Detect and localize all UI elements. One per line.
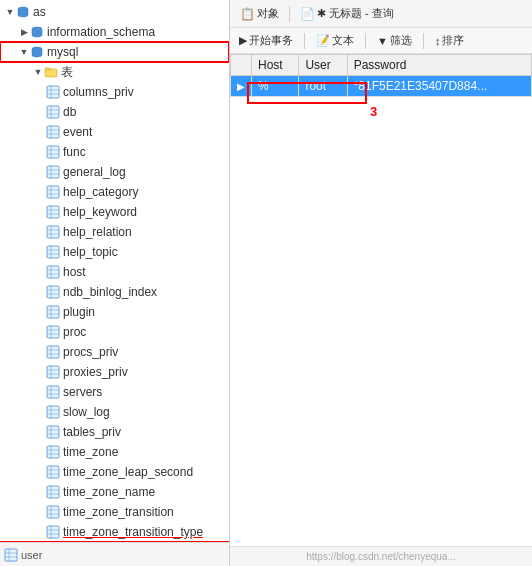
tree-item-db[interactable]: db [0,102,229,122]
sort-label: 排序 [442,33,464,48]
tree-item-tz-leap[interactable]: time_zone_leap_second [0,462,229,482]
tree-item-plugin[interactable]: plugin [0,302,229,322]
label-tz-name: time_zone_name [63,485,155,499]
label-host: host [63,265,86,279]
label-event: event [63,125,92,139]
btn-wenben[interactable]: 📝 文本 [311,31,359,51]
kaishi-icon: ▶ [239,34,247,47]
svg-rect-4 [45,68,50,70]
svg-rect-25 [47,186,59,198]
svg-rect-61 [47,366,59,378]
cell-user[interactable]: root [299,76,347,97]
table-icon [46,225,60,239]
sort-icon: ↕ [435,35,441,47]
watermark-text: https://blog.csdn.net/chenyequa... [306,551,456,562]
tree-item-info-schema[interactable]: ▶ information_schema [0,22,229,42]
toolbar-btn-duixiang[interactable]: 📋 对象 [234,3,285,25]
svg-rect-9 [47,106,59,118]
arrow-biao: ▼ [32,66,44,78]
btn-kaishi[interactable]: ▶ 开始事务 [234,31,298,51]
table-icon-status [4,548,18,562]
tree-item-host[interactable]: host [0,262,229,282]
tree-item-general-log[interactable]: general_log [0,162,229,182]
tree-item-func[interactable]: func [0,142,229,162]
svg-rect-13 [47,126,59,138]
tree-item-tables-priv[interactable]: tables_priv [0,422,229,442]
table-icon [46,185,60,199]
status-label: user [21,549,42,561]
tree-item-tables-folder[interactable]: ▼ 表 [0,62,229,82]
left-panel: ▼ as ▶ information_schema ▼ mys [0,0,230,566]
toolbar-btn-query[interactable]: 📄 ✱ 无标题 - 查询 [294,3,400,25]
data-grid[interactable]: Host User Password ▶ % root *81F5E21E354… [230,54,532,546]
btn-filter[interactable]: ▼ 筛选 [372,31,417,51]
svg-rect-53 [47,326,59,338]
table-icon [46,85,60,99]
tree-item-event[interactable]: event [0,122,229,142]
label-tz-leap: time_zone_leap_second [63,465,193,479]
table-icon [46,265,60,279]
tree-item-help-topic[interactable]: help_topic [0,242,229,262]
label-tz-transition-type: time_zone_transition_type [63,525,203,539]
tree-item-proxies-priv[interactable]: proxies_priv [0,362,229,382]
table-icon [46,485,60,499]
tree-item-help-relation[interactable]: help_relation [0,222,229,242]
filter-label: 筛选 [390,33,412,48]
col-header-host[interactable]: Host [252,55,299,76]
tree-item-mysql[interactable]: ▼ mysql 1 [0,42,229,62]
kaishi-label: 开始事务 [249,33,293,48]
db-icon-as [16,5,30,19]
arrow-info: ▶ [18,26,30,38]
divider4 [423,33,424,49]
table-icon [46,465,60,479]
tree-item-time-zone[interactable]: time_zone [0,442,229,462]
tree-item-tz-transition[interactable]: time_zone_transition [0,502,229,522]
table-icon [46,205,60,219]
table-icon [46,425,60,439]
tree-item-slow-log[interactable]: slow_log [0,402,229,422]
cell-password[interactable]: *81F5E21E35407D884... [347,76,531,97]
filter-icon: ▼ [377,35,388,47]
right-panel: 📋 对象 📄 ✱ 无标题 - 查询 ▶ 开始事务 📝 文本 ▼ [230,0,532,566]
tree-item-ndb[interactable]: ndb_binlog_index [0,282,229,302]
svg-rect-37 [47,246,59,258]
tree-area[interactable]: ▼ as ▶ information_schema ▼ mys [0,0,229,542]
tree-item-proc[interactable]: proc [0,322,229,342]
btn-sort[interactable]: ↕ 排序 [430,31,470,51]
query-icon: 📄 [300,7,315,21]
svg-rect-73 [47,426,59,438]
label-proc: proc [63,325,86,339]
object-icon: 📋 [240,7,255,21]
cell-host[interactable]: % [252,76,299,97]
table-icon [46,505,60,519]
label-3: 3 [370,104,377,119]
label-help-topic: help_topic [63,245,118,259]
tree-item-servers[interactable]: servers [0,382,229,402]
svg-rect-5 [47,86,59,98]
table-icon [46,305,60,319]
tree-item-tz-transition-type[interactable]: time_zone_transition_type [0,522,229,542]
table-icon [46,385,60,399]
svg-rect-45 [47,286,59,298]
svg-rect-29 [47,206,59,218]
svg-rect-89 [47,506,59,518]
table-icon [46,285,60,299]
svg-rect-21 [47,166,59,178]
tree-item-as[interactable]: ▼ as [0,2,229,22]
svg-rect-33 [47,226,59,238]
tree-item-procs-priv[interactable]: procs_priv [0,342,229,362]
table-row[interactable]: ▶ % root *81F5E21E35407D884... [231,76,532,97]
arrow-as: ▼ [4,6,16,18]
svg-rect-57 [47,346,59,358]
col-header-password[interactable]: Password [347,55,531,76]
col-header-user[interactable]: User [299,55,347,76]
divider3 [365,33,366,49]
db-icon-mysql [30,45,44,59]
tree-item-tz-name[interactable]: time_zone_name [0,482,229,502]
db-icon-info [30,25,44,39]
tree-item-columns-priv[interactable]: columns_priv [0,82,229,102]
tree-item-help-keyword[interactable]: help_keyword [0,202,229,222]
tree-item-help-category[interactable]: help_category [0,182,229,202]
table-icon [46,165,60,179]
label-tz-transition: time_zone_transition [63,505,174,519]
